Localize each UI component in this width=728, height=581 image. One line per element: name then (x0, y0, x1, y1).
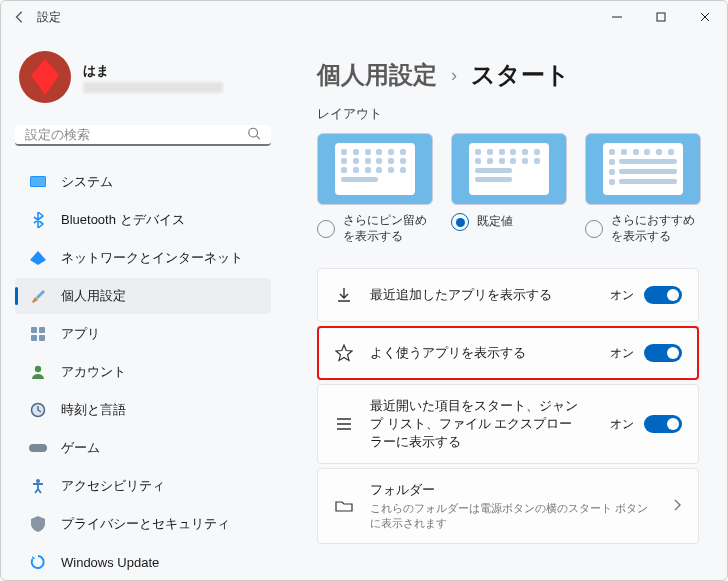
layout-tile (317, 133, 433, 205)
nav-label: 個人用設定 (61, 287, 126, 305)
bluetooth-icon (29, 211, 47, 229)
svg-rect-10 (29, 444, 47, 452)
apps-icon (29, 325, 47, 343)
system-icon (29, 173, 47, 191)
radio[interactable] (317, 220, 335, 238)
window-title: 設定 (37, 9, 61, 26)
sidebar: はま システム Bluetooth とデバイス ネットワークとインターネット 個… (1, 33, 281, 580)
accessibility-icon (29, 477, 47, 495)
nav-accessibility[interactable]: アクセシビリティ (15, 468, 271, 504)
clock-icon (29, 401, 47, 419)
svg-rect-7 (39, 335, 45, 341)
breadcrumb: 個人用設定 › スタート (317, 59, 699, 91)
nav-label: アカウント (61, 363, 126, 381)
page-title: スタート (471, 59, 570, 91)
brush-icon (29, 287, 47, 305)
radio[interactable] (451, 213, 469, 231)
profile-email (83, 82, 223, 93)
setting-title: フォルダー (370, 481, 656, 499)
nav-accounts[interactable]: アカウント (15, 354, 271, 390)
avatar (19, 51, 71, 103)
nav-bluetooth[interactable]: Bluetooth とデバイス (15, 202, 271, 238)
layout-tile (451, 133, 567, 205)
setting-sub: これらのフォルダーは電源ボタンの横のスタート ボタンに表示されます (370, 501, 656, 531)
toggle-state: オン (610, 287, 634, 304)
setting-title: よく使うアプリを表示する (370, 344, 594, 362)
svg-rect-3 (31, 177, 45, 186)
profile-name: はま (83, 62, 223, 80)
radio-label: さらにおすすめを表示する (611, 213, 701, 244)
setting-folders[interactable]: フォルダーこれらのフォルダーは電源ボタンの横のスタート ボタンに表示されます (317, 468, 699, 544)
radio-label: さらにピン留めを表示する (343, 213, 433, 244)
layout-options: さらにピン留めを表示する 既定値 さらにおすすめを表示する (317, 133, 699, 244)
toggle-state: オン (610, 416, 634, 433)
toggle[interactable] (644, 415, 682, 433)
nav-time[interactable]: 時刻と言語 (15, 392, 271, 428)
nav-label: ゲーム (61, 439, 100, 457)
svg-point-8 (35, 366, 41, 372)
layout-option-default[interactable]: 既定値 (451, 133, 567, 244)
folder-icon (334, 499, 354, 513)
nav-apps[interactable]: アプリ (15, 316, 271, 352)
nav-label: アプリ (61, 325, 100, 343)
setting-recently-added[interactable]: 最近追加したアプリを表示する オン (317, 268, 699, 322)
setting-title: 最近追加したアプリを表示する (370, 286, 594, 304)
account-icon (29, 363, 47, 381)
svg-rect-6 (31, 335, 37, 341)
search-input[interactable] (15, 125, 271, 144)
titlebar: 設定 (1, 1, 727, 33)
maximize-button[interactable] (639, 2, 683, 32)
nav: システム Bluetooth とデバイス ネットワークとインターネット 個人用設… (15, 164, 271, 580)
toggle-state: オン (610, 345, 634, 362)
setting-title: 最近開いた項目をスタート、ジャンプ リスト、ファイル エクスプローラーに表示する (370, 397, 580, 451)
star-icon (334, 344, 354, 362)
section-layout-label: レイアウト (317, 105, 699, 123)
wifi-icon (29, 249, 47, 267)
shield-icon (29, 515, 47, 533)
svg-rect-5 (39, 327, 45, 333)
nav-gaming[interactable]: ゲーム (15, 430, 271, 466)
nav-personalization[interactable]: 個人用設定 (15, 278, 271, 314)
setting-most-used[interactable]: よく使うアプリを表示する オン (317, 326, 699, 380)
toggle[interactable] (644, 344, 682, 362)
chevron-right-icon: › (451, 65, 457, 86)
nav-network[interactable]: ネットワークとインターネット (15, 240, 271, 276)
settings-list: 最近追加したアプリを表示する オン よく使うアプリを表示する オン 最近開いた項… (317, 268, 699, 544)
nav-label: システム (61, 173, 113, 191)
content: 個人用設定 › スタート レイアウト さらにピン留めを表示する 既定値 さらにお… (281, 33, 727, 580)
svg-rect-4 (31, 327, 37, 333)
download-icon (334, 286, 354, 304)
breadcrumb-parent[interactable]: 個人用設定 (317, 59, 437, 91)
search-icon (247, 126, 261, 143)
gaming-icon (29, 439, 47, 457)
radio-label: 既定値 (477, 214, 513, 230)
svg-point-11 (36, 479, 40, 483)
list-icon (334, 417, 354, 431)
profile[interactable]: はま (15, 51, 271, 103)
nav-system[interactable]: システム (15, 164, 271, 200)
layout-option-more-recs[interactable]: さらにおすすめを表示する (585, 133, 701, 244)
chevron-right-icon (672, 498, 682, 515)
toggle[interactable] (644, 286, 682, 304)
close-button[interactable] (683, 2, 727, 32)
nav-label: 時刻と言語 (61, 401, 126, 419)
setting-recent-items[interactable]: 最近開いた項目をスタート、ジャンプ リスト、ファイル エクスプローラーに表示する… (317, 384, 699, 464)
nav-privacy[interactable]: プライバシーとセキュリティ (15, 506, 271, 542)
search-box[interactable] (15, 125, 271, 146)
nav-label: Windows Update (61, 555, 159, 570)
minimize-button[interactable] (595, 2, 639, 32)
layout-tile (585, 133, 701, 205)
nav-label: プライバシーとセキュリティ (61, 515, 230, 533)
update-icon (29, 553, 47, 571)
layout-option-more-pins[interactable]: さらにピン留めを表示する (317, 133, 433, 244)
nav-label: Bluetooth とデバイス (61, 211, 185, 229)
nav-label: ネットワークとインターネット (61, 249, 243, 267)
back-button[interactable] (13, 10, 27, 24)
svg-point-1 (249, 128, 258, 137)
radio[interactable] (585, 220, 603, 238)
svg-rect-0 (657, 13, 665, 21)
nav-update[interactable]: Windows Update (15, 544, 271, 580)
nav-label: アクセシビリティ (61, 477, 165, 495)
